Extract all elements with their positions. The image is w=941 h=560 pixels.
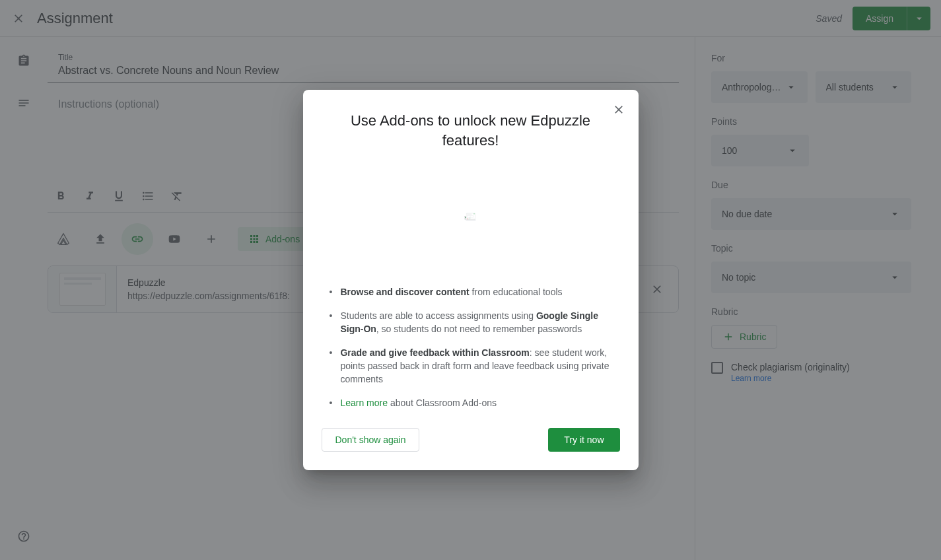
bullet1-rest: from educational tools	[470, 287, 563, 297]
svg-rect-14	[467, 219, 468, 219]
svg-rect-0	[466, 220, 475, 221]
modal-bullets: •Browse and discover content from educat…	[322, 285, 620, 409]
svg-rect-17	[464, 218, 466, 220]
close-icon	[612, 103, 625, 116]
svg-line-18	[464, 217, 465, 218]
bullet4-post: about Classroom Add-ons	[388, 398, 497, 408]
svg-rect-3	[473, 214, 474, 215]
modal-illustration	[381, 164, 561, 269]
bullet2-pre: Students are able to access assignments …	[340, 310, 536, 321]
bullet2-post: , so students do not need to remember pa…	[376, 324, 582, 334]
modal-close-button[interactable]	[611, 102, 627, 118]
svg-rect-6	[467, 215, 471, 215]
svg-rect-7	[467, 215, 473, 217]
modal-title: Use Add-ons to unlock new Edpuzzle featu…	[348, 111, 594, 151]
svg-rect-2	[467, 214, 471, 215]
bullet3-strong: Grade and give feedback within Classroom	[340, 347, 529, 358]
try-it-now-button[interactable]: Try it now	[548, 428, 619, 452]
modal-learn-more-link[interactable]: Learn more	[340, 398, 388, 408]
modal-overlay: Use Add-ons to unlock new Edpuzzle featu…	[0, 0, 941, 560]
bullet1-strong: Browse and discover content	[340, 287, 469, 297]
addons-modal: Use Add-ons to unlock new Edpuzzle featu…	[303, 90, 639, 470]
svg-rect-13	[467, 219, 475, 219]
dont-show-again-button[interactable]: Don't show again	[322, 428, 420, 452]
